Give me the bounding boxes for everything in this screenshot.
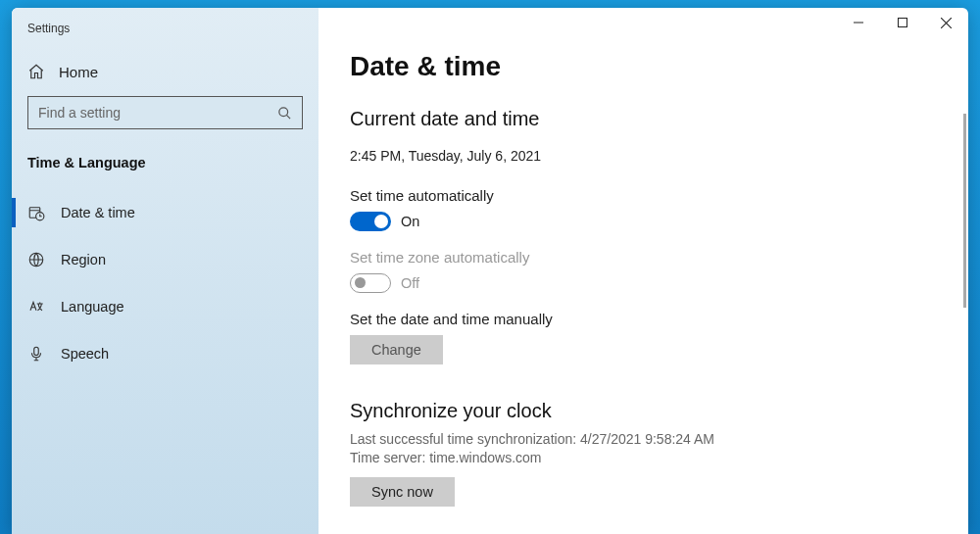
change-button[interactable]: Change — [350, 335, 443, 364]
svg-point-1 — [279, 107, 288, 116]
settings-window: Settings Home Time & Language Date & tim… — [12, 8, 968, 534]
set-tz-auto-toggle[interactable] — [350, 273, 391, 293]
sidebar-item-label: Language — [61, 299, 124, 315]
set-time-auto-row: On — [350, 212, 937, 231]
set-time-auto-toggle[interactable] — [350, 212, 391, 231]
category-label: Time & Language — [12, 149, 318, 194]
globe-icon — [27, 251, 45, 268]
home-icon — [27, 63, 45, 80]
sync-heading: Synchronize your clock — [350, 400, 937, 422]
sync-now-button[interactable]: Sync now — [350, 477, 455, 507]
sidebar: Settings Home Time & Language Date & tim… — [12, 8, 318, 534]
sidebar-item-region[interactable]: Region — [12, 241, 318, 278]
sidebar-item-speech[interactable]: Speech — [12, 335, 318, 372]
set-time-auto-label: Set time automatically — [350, 187, 937, 204]
close-button[interactable] — [924, 8, 968, 37]
window-controls — [836, 8, 968, 37]
section-current-heading: Current date and time — [350, 108, 937, 130]
sync-last-line: Last successful time synchronization: 4/… — [350, 430, 937, 449]
page-title: Date & time — [350, 51, 937, 82]
sidebar-item-label: Date & time — [61, 205, 135, 220]
sidebar-item-language[interactable]: Language — [12, 288, 318, 325]
current-datetime: 2:45 PM, Tuesday, July 6, 2021 — [350, 148, 937, 164]
home-label: Home — [59, 64, 98, 80]
sidebar-item-date-time[interactable]: Date & time — [12, 194, 318, 231]
clock-calendar-icon — [27, 204, 45, 221]
svg-rect-5 — [34, 347, 39, 355]
language-icon — [27, 298, 45, 316]
maximize-button[interactable] — [880, 8, 924, 37]
scrollbar-thumb[interactable] — [963, 114, 966, 308]
set-tz-auto-row: Off — [350, 273, 937, 293]
microphone-icon — [27, 345, 45, 363]
sidebar-item-label: Speech — [61, 346, 109, 362]
content-area: Date & time Current date and time 2:45 P… — [318, 8, 968, 534]
sync-server-line: Time server: time.windows.com — [350, 449, 937, 467]
sync-info: Last successful time synchronization: 4/… — [350, 430, 937, 467]
home-nav[interactable]: Home — [12, 55, 318, 96]
set-tz-auto-state: Off — [401, 275, 419, 291]
sidebar-item-label: Region — [61, 252, 106, 267]
set-time-auto-state: On — [401, 214, 419, 229]
set-manual-label: Set the date and time manually — [350, 311, 937, 327]
search-box[interactable] — [27, 96, 303, 129]
search-icon — [277, 106, 292, 121]
minimize-button[interactable] — [836, 8, 880, 37]
app-title: Settings — [12, 18, 318, 55]
svg-rect-0 — [898, 19, 906, 27]
set-tz-auto-label: Set time zone automatically — [350, 249, 937, 266]
search-input[interactable] — [38, 105, 254, 121]
